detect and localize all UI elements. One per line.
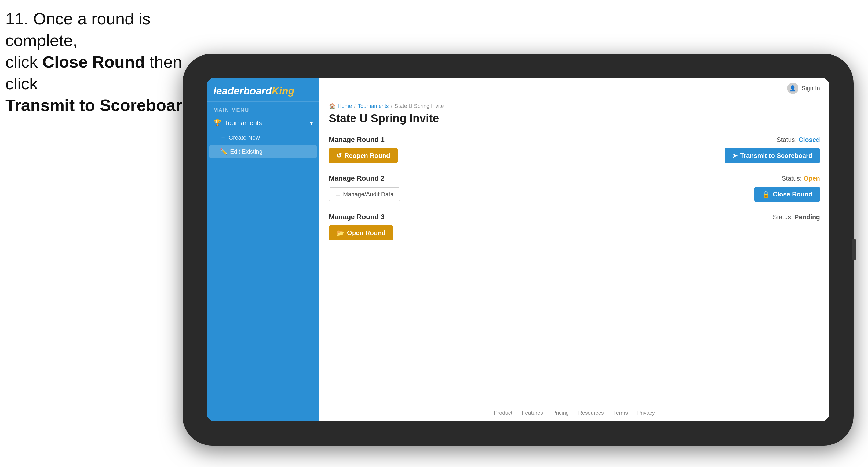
audit-icon: ☰ (336, 191, 341, 198)
footer: Product Features Pricing Resources Terms… (319, 404, 829, 422)
create-new-label: Create New (229, 134, 260, 141)
open-round-label: Open Round (347, 229, 386, 237)
open-round-button[interactable]: 📂 Open Round (329, 225, 393, 241)
round-1-status: Status: Closed (777, 136, 820, 144)
footer-features[interactable]: Features (522, 410, 543, 416)
breadcrumb-tournaments[interactable]: Tournaments (358, 103, 389, 109)
avatar: 👤 (787, 83, 799, 94)
nav-item-left: 🏆 Tournaments (213, 119, 262, 127)
breadcrumb-home[interactable]: Home (338, 103, 352, 109)
reopen-icon: ↺ (336, 152, 342, 159)
transmit-label: Transmit to Scoreboard (740, 152, 812, 159)
instruction-line2: click (5, 53, 42, 71)
logo-leaderboard: leaderboard (213, 85, 272, 97)
tablet-screen: leaderboardKing MAIN MENU 🏆 Tournaments … (207, 78, 829, 422)
edit-icon: ✏️ (220, 148, 227, 155)
round-3-section: Manage Round 3 Status: Pending 📂 Open Ro… (319, 208, 829, 246)
footer-privacy[interactable]: Privacy (637, 410, 655, 416)
tournaments-label: Tournaments (225, 119, 262, 127)
sidebar-item-tournaments[interactable]: 🏆 Tournaments (207, 116, 319, 130)
main-content: 👤 Sign In 🏠 Home / Tournaments / State U… (319, 78, 829, 422)
round-1-status-value: Closed (799, 136, 820, 143)
sidebar-item-create-new[interactable]: ＋ Create New (207, 130, 319, 145)
page-header: State U Spring Invite (319, 109, 829, 130)
edit-existing-label: Edit Existing (230, 148, 262, 155)
round-2-header: Manage Round 2 Status: Open (329, 174, 820, 183)
round-2-status-value: Open (804, 175, 820, 182)
footer-resources[interactable]: Resources (578, 410, 604, 416)
round-1-section: Manage Round 1 Status: Closed ↺ Reopen R… (319, 130, 829, 169)
round-3-title: Manage Round 3 (329, 213, 384, 221)
footer-terms[interactable]: Terms (613, 410, 628, 416)
home-icon: 🏠 (329, 103, 336, 109)
transmit-to-scoreboard-button[interactable]: ➤ Transmit to Scoreboard (725, 148, 820, 163)
breadcrumb-sep1: / (354, 103, 355, 109)
instruction-bold2: Transmit to Scoreboard. (5, 96, 197, 114)
breadcrumb: 🏠 Home / Tournaments / State U Spring In… (319, 99, 829, 109)
sidebar-item-edit-existing[interactable]: ✏️ Edit Existing (209, 145, 317, 158)
plus-icon: ＋ (220, 134, 226, 142)
manage-audit-label: Manage/Audit Data (343, 191, 394, 198)
instruction-bold1: Close Round (42, 53, 145, 71)
sign-in-area[interactable]: 👤 Sign In (787, 83, 820, 94)
breadcrumb-sep2: / (391, 103, 393, 109)
round-1-header: Manage Round 1 Status: Closed (329, 135, 820, 144)
logo-king: King (272, 85, 294, 97)
sidebar: leaderboardKing MAIN MENU 🏆 Tournaments … (207, 78, 319, 422)
trophy-icon: 🏆 (213, 119, 221, 127)
round-2-actions: ☰ Manage/Audit Data 🔒 Close Round (329, 187, 820, 202)
footer-pricing[interactable]: Pricing (552, 410, 569, 416)
tablet-bezel: leaderboardKing MAIN MENU 🏆 Tournaments … (183, 54, 854, 445)
logo: leaderboardKing (213, 86, 313, 96)
close-round-label: Close Round (773, 191, 812, 198)
round-2-title: Manage Round 2 (329, 174, 384, 183)
close-icon: 🔒 (762, 191, 770, 198)
round-3-header: Manage Round 3 Status: Pending (329, 213, 820, 221)
sign-in-label: Sign In (802, 85, 820, 92)
tablet-side-button (852, 239, 856, 260)
reopen-round-button[interactable]: ↺ Reopen Round (329, 148, 398, 163)
round-1-title: Manage Round 1 (329, 135, 384, 144)
round-3-status-value: Pending (795, 213, 820, 221)
close-round-button[interactable]: 🔒 Close Round (754, 187, 820, 202)
chevron-down-icon (310, 119, 313, 127)
breadcrumb-current: State U Spring Invite (395, 103, 444, 109)
manage-audit-data-button[interactable]: ☰ Manage/Audit Data (329, 187, 400, 201)
round-3-actions: 📂 Open Round (329, 225, 820, 241)
transmit-icon: ➤ (732, 152, 738, 159)
round-1-actions: ↺ Reopen Round ➤ Transmit to Scoreboard (329, 148, 820, 163)
reopen-round-label: Reopen Round (344, 152, 390, 159)
main-menu-label: MAIN MENU (207, 102, 319, 116)
logo-area: leaderboardKing (207, 78, 319, 102)
footer-product[interactable]: Product (494, 410, 513, 416)
instruction-block: 11. Once a round is complete, click Clos… (5, 8, 198, 116)
instruction-line1: 11. Once a round is complete, (5, 9, 151, 50)
open-icon: 📂 (336, 229, 344, 237)
round-2-status: Status: Open (782, 175, 820, 182)
round-3-status: Status: Pending (773, 213, 820, 221)
page-title: State U Spring Invite (329, 112, 820, 125)
round-2-section: Manage Round 2 Status: Open ☰ Manage/Aud… (319, 169, 829, 208)
top-bar: 👤 Sign In (319, 78, 829, 99)
